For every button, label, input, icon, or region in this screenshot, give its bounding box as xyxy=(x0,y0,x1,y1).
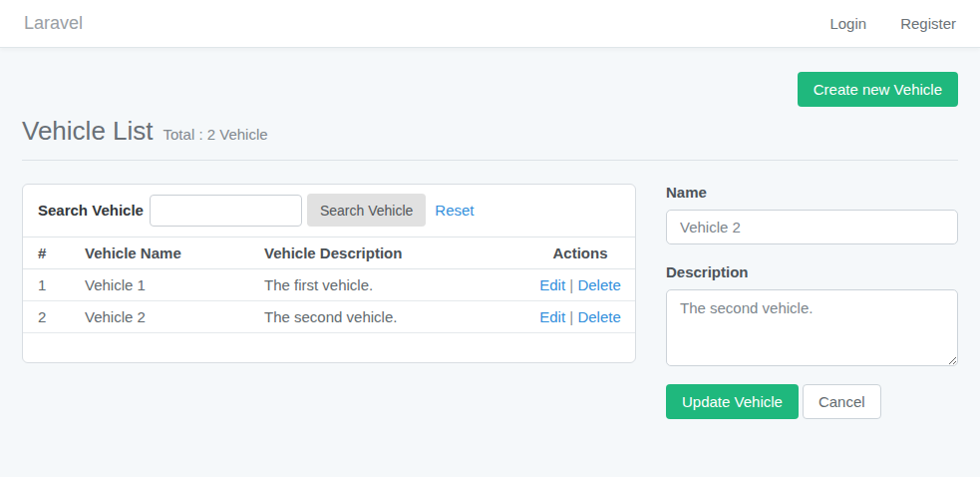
row-vehicle-name: Vehicle 1 xyxy=(70,269,249,301)
update-vehicle-button[interactable]: Update Vehicle xyxy=(666,384,799,419)
heading-divider xyxy=(22,160,958,161)
nav-login-link[interactable]: Login xyxy=(829,15,866,32)
form-buttons: Update Vehicle Cancel xyxy=(666,384,958,419)
search-form: Search Vehicle Search Vehicle Reset xyxy=(23,185,635,237)
nav-register-link[interactable]: Register xyxy=(900,15,956,32)
vehicle-edit-form: Name Description The second vehicle. Upd… xyxy=(666,184,958,419)
row-index: 1 xyxy=(23,269,70,301)
page-container: Create new Vehicle Vehicle List Total : … xyxy=(0,72,980,419)
nav-links: Login Register xyxy=(796,15,956,32)
description-label: Description xyxy=(666,263,958,280)
vehicle-table: # Vehicle Name Vehicle Description Actio… xyxy=(23,237,636,333)
reset-link[interactable]: Reset xyxy=(435,202,474,219)
search-label: Search Vehicle xyxy=(38,202,144,219)
header-actions: Actions xyxy=(538,238,636,269)
edit-link[interactable]: Edit xyxy=(539,308,565,325)
name-label: Name xyxy=(666,184,958,201)
page-title: Vehicle List xyxy=(22,116,154,147)
row-vehicle-name: Vehicle 2 xyxy=(70,301,249,333)
row-actions: Edit | Delete xyxy=(538,301,636,333)
main-row: Search Vehicle Search Vehicle Reset # Ve… xyxy=(22,184,958,419)
vehicle-total-text: Total : 2 Vehicle xyxy=(163,126,268,143)
row-vehicle-description: The first vehicle. xyxy=(249,269,538,301)
row-actions: Edit | Delete xyxy=(538,269,636,301)
row-vehicle-description: The second vehicle. xyxy=(249,301,538,333)
create-vehicle-button[interactable]: Create new Vehicle xyxy=(798,72,958,107)
action-separator: | xyxy=(569,308,573,325)
header-vehicle-description: Vehicle Description xyxy=(249,238,538,269)
navbar: Laravel Login Register xyxy=(0,0,980,48)
edit-link[interactable]: Edit xyxy=(539,276,565,293)
name-field[interactable] xyxy=(666,210,958,244)
table-row: 1 Vehicle 1 The first vehicle. Edit | De… xyxy=(23,269,636,301)
description-field[interactable]: The second vehicle. xyxy=(666,289,958,366)
delete-link[interactable]: Delete xyxy=(577,308,620,325)
heading-row: Vehicle List Total : 2 Vehicle xyxy=(22,116,958,147)
delete-link[interactable]: Delete xyxy=(577,276,620,293)
search-button[interactable]: Search Vehicle xyxy=(307,194,426,227)
vehicle-list-card: Search Vehicle Search Vehicle Reset # Ve… xyxy=(22,184,636,363)
cancel-button[interactable]: Cancel xyxy=(803,384,881,419)
header-index: # xyxy=(23,238,70,269)
header-vehicle-name: Vehicle Name xyxy=(70,238,249,269)
table-row: 2 Vehicle 2 The second vehicle. Edit | D… xyxy=(23,301,636,333)
action-separator: | xyxy=(569,276,573,293)
search-input[interactable] xyxy=(150,195,302,227)
row-index: 2 xyxy=(23,301,70,333)
create-row: Create new Vehicle xyxy=(22,72,958,107)
brand-link[interactable]: Laravel xyxy=(24,13,83,34)
table-header-row: # Vehicle Name Vehicle Description Actio… xyxy=(23,238,636,269)
